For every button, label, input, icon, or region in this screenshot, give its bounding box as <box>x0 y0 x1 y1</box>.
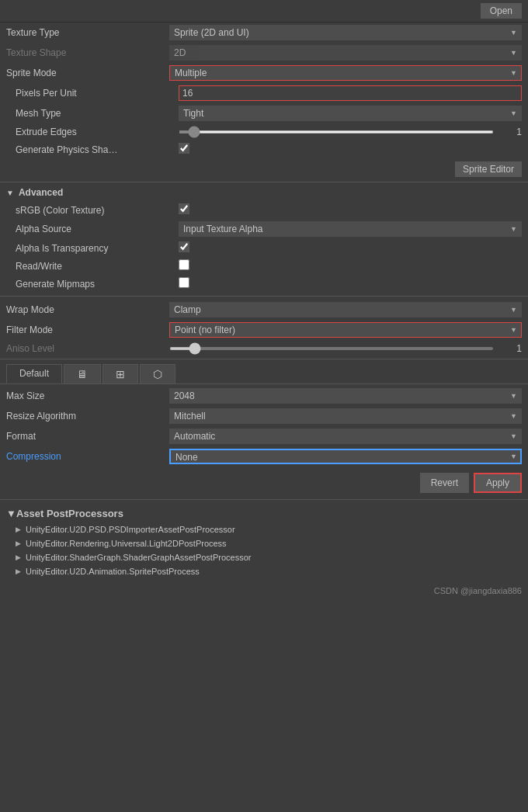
asset-post-arrow-icon: ▼ <box>6 508 16 519</box>
sprite-mode-value: Multiple <box>169 65 522 81</box>
platform-section: Max Size 2048 Resize Algorithm Mitchell <box>0 384 528 468</box>
mesh-type-label: Mesh Type <box>16 108 179 119</box>
aniso-level-value: 1 <box>169 343 522 354</box>
read-write-value <box>179 259 522 272</box>
pixels-per-unit-row: Pixels Per Unit <box>0 83 528 103</box>
srgb-label: sRGB (Color Texture) <box>16 205 179 216</box>
aniso-level-row: Aniso Level 1 <box>0 340 528 357</box>
top-bar: Open <box>0 0 528 23</box>
alpha-source-label: Alpha Source <box>16 224 179 234</box>
asset-post-header: ▼ Asset PostProcessors <box>0 505 528 522</box>
compression-select[interactable]: None <box>169 449 522 464</box>
wrap-mode-label: Wrap Mode <box>6 304 169 315</box>
alpha-source-select[interactable]: Input Texture Alpha <box>179 221 522 237</box>
tab-desktop[interactable]: 🖥 <box>64 364 101 383</box>
compression-label: Compression <box>6 451 169 462</box>
filter-mode-row: Filter Mode Point (no filter) <box>0 320 528 340</box>
list-item-label: UnityEditor.U2D.PSD.PSDImporterAssetPost… <box>26 525 235 534</box>
srgb-value <box>179 203 522 217</box>
generate-physics-checkbox[interactable] <box>179 143 189 154</box>
wrap-mode-value: Clamp <box>169 302 522 318</box>
sprite-editor-button[interactable]: Sprite Editor <box>455 161 522 177</box>
list-item-label: UnityEditor.U2D.Animation.SpritePostProc… <box>26 567 200 576</box>
extrude-edges-label: Extrude Edges <box>16 127 179 137</box>
list-item-label: UnityEditor.Rendering.Universal.Light2DP… <box>26 539 227 548</box>
web-icon: ⬡ <box>153 368 162 380</box>
wrap-mode-row: Wrap Mode Clamp <box>0 300 528 320</box>
open-button[interactable]: Open <box>481 3 522 19</box>
format-value: Automatic <box>169 429 522 444</box>
mesh-type-select[interactable]: Tight <box>179 106 522 121</box>
tab-web[interactable]: ⬡ <box>140 364 175 383</box>
aniso-level-slider <box>169 347 494 350</box>
sprite-mode-select[interactable]: Multiple <box>169 65 522 81</box>
extrude-edges-slider[interactable] <box>179 130 494 134</box>
action-row: Revert Apply <box>0 468 528 498</box>
format-select[interactable]: Automatic <box>169 429 522 444</box>
apply-button[interactable]: Apply <box>474 473 522 493</box>
platform-tabs: Default 🖥 ⊞ ⬡ <box>0 361 528 384</box>
max-size-label: Max Size <box>6 390 169 401</box>
advanced-label: Advanced <box>19 187 63 198</box>
list-item: ▶ UnityEditor.Rendering.Universal.Light2… <box>0 536 528 550</box>
generate-mipmaps-value <box>179 277 522 290</box>
list-item-arrow-icon: ▶ <box>16 567 21 575</box>
format-row: Format Automatic <box>0 426 528 446</box>
extrude-edges-row: Extrude Edges 1 <box>0 123 528 141</box>
main-panel: Open Texture Type Sprite (2D and UI) Tex… <box>0 0 528 600</box>
list-item: ▶ UnityEditor.U2D.Animation.SpritePostPr… <box>0 564 528 578</box>
max-size-select[interactable]: 2048 <box>169 388 522 404</box>
list-item: ▶ UnityEditor.U2D.PSD.PSDImporterAssetPo… <box>0 522 528 536</box>
tab-windows[interactable]: ⊞ <box>102 364 138 383</box>
alpha-transparency-value <box>179 241 522 255</box>
generate-physics-label: Generate Physics Sha… <box>16 144 179 155</box>
filter-mode-value: Point (no filter) <box>169 322 522 338</box>
texture-shape-select[interactable]: 2D <box>169 45 522 61</box>
list-item-label: UnityEditor.ShaderGraph.ShaderGraphAsset… <box>26 553 251 562</box>
read-write-row: Read/Write <box>0 257 528 275</box>
srgb-checkbox[interactable] <box>179 203 189 214</box>
texture-type-value: Sprite (2D and UI) <box>169 25 522 40</box>
generate-mipmaps-checkbox[interactable] <box>179 277 189 288</box>
aniso-level-slider-value: 1 <box>498 343 522 354</box>
texture-type-select[interactable]: Sprite (2D and UI) <box>169 25 522 40</box>
alpha-transparency-label: Alpha Is Transparency <box>16 243 179 254</box>
list-item-arrow-icon: ▶ <box>16 526 21 533</box>
texture-type-label: Texture Type <box>6 27 169 38</box>
alpha-transparency-checkbox[interactable] <box>179 241 189 252</box>
resize-algorithm-select[interactable]: Mitchell <box>169 408 522 424</box>
list-item-arrow-icon: ▶ <box>16 553 21 561</box>
advanced-section-header[interactable]: ▼ Advanced <box>0 184 528 201</box>
generate-physics-row: Generate Physics Sha… <box>0 141 528 158</box>
texture-shape-value: 2D <box>169 45 522 61</box>
aniso-level-label: Aniso Level <box>6 343 169 354</box>
texture-shape-label: Texture Shape <box>6 47 169 58</box>
advanced-arrow-icon: ▼ <box>6 189 14 197</box>
resize-algorithm-label: Resize Algorithm <box>6 411 169 422</box>
max-size-row: Max Size 2048 <box>0 386 528 406</box>
resize-algorithm-value: Mitchell <box>169 408 522 424</box>
sprite-editor-row: Sprite Editor <box>0 158 528 180</box>
desktop-icon: 🖥 <box>77 368 88 380</box>
generate-mipmaps-row: Generate Mipmaps <box>0 275 528 293</box>
srgb-row: sRGB (Color Texture) <box>0 201 528 219</box>
extrude-edges-value: 1 <box>179 127 522 137</box>
texture-shape-row: Texture Shape 2D <box>0 43 528 63</box>
filter-mode-select[interactable]: Point (no filter) <box>169 322 522 338</box>
sprite-mode-label: Sprite Mode <box>6 68 169 78</box>
alpha-transparency-row: Alpha Is Transparency <box>0 239 528 257</box>
tab-default-label: Default <box>19 368 49 379</box>
revert-button[interactable]: Revert <box>420 473 469 493</box>
asset-post-header-label: Asset PostProcessors <box>16 508 123 519</box>
alpha-source-value: Input Texture Alpha <box>179 221 522 237</box>
read-write-checkbox[interactable] <box>179 259 189 270</box>
pixels-per-unit-input[interactable] <box>179 85 522 101</box>
compression-value: None <box>169 449 522 464</box>
footer: CSDN @jiangdaxia886 <box>0 581 528 600</box>
extrude-edges-slider-value: 1 <box>498 127 522 137</box>
wrap-mode-select[interactable]: Clamp <box>169 302 522 318</box>
generate-physics-value <box>179 143 522 156</box>
tab-default[interactable]: Default <box>6 364 62 383</box>
list-item-arrow-icon: ▶ <box>16 540 21 547</box>
read-write-label: Read/Write <box>16 261 179 272</box>
